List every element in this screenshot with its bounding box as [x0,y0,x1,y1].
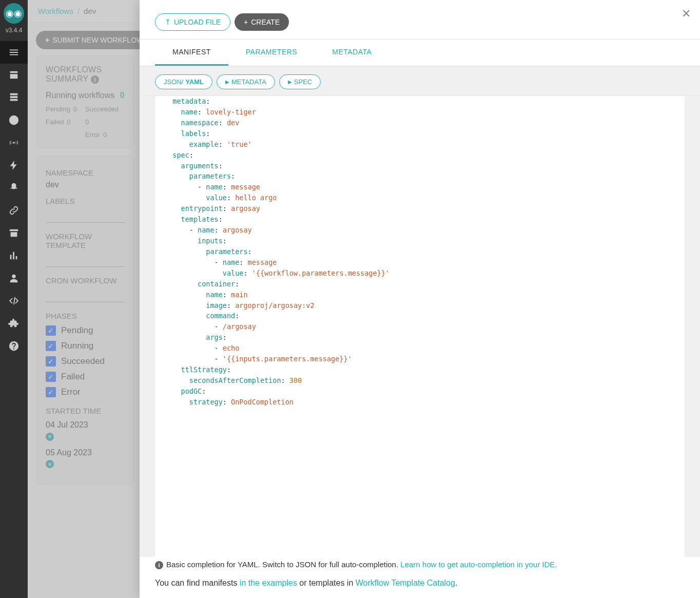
nav-link-icon[interactable] [0,199,28,222]
left-nav: ◉◉ v3.4.4 [0,0,28,598]
nav-templates-icon[interactable] [0,64,28,86]
info-text: Basic completion for YAML. Switch to JSO… [166,560,400,569]
nav-reports-icon[interactable] [0,244,28,267]
pill-spec[interactable]: ▶SPEC [279,74,321,89]
upload-icon: ⤒ [165,18,171,26]
plus-icon: + [244,18,248,26]
pill-metadata[interactable]: ▶METADATA [217,74,275,89]
nav-archive-icon[interactable] [0,222,28,244]
template-catalog-link[interactable]: Workflow Template Catalog [356,578,455,587]
caret-right-icon: ▶ [225,79,229,85]
ide-link[interactable]: Learn how to get auto-completion in your… [400,560,557,569]
caret-right-icon: ▶ [288,79,292,85]
footer-text: You can find manifests [155,578,240,587]
yaml-editor[interactable]: metadata: name: lovely-tiger namespace: … [155,96,685,557]
editor-wrap: metadata: name: lovely-tiger namespace: … [140,96,700,557]
version-label: v3.4.4 [6,27,23,34]
editor-info: iBasic completion for YAML. Switch to JS… [140,557,700,574]
tab-metadata[interactable]: METADATA [315,40,389,66]
nav-help-icon[interactable] [0,335,28,357]
argo-logo: ◉◉ [4,3,24,24]
pill-json-yaml[interactable]: JSON/YAML [155,74,212,89]
tab-parameters[interactable]: PARAMETERS [228,40,315,66]
nav-clustertemplates-icon[interactable] [0,86,28,109]
footer-line: You can find manifests in the examples o… [140,574,700,598]
create-label: CREATE [251,18,280,26]
footer-text: or templates in [297,578,356,587]
modal-tabs: MANIFEST PARAMETERS METADATA [140,40,700,66]
nav-event-flow-icon[interactable] [0,177,28,199]
tab-manifest[interactable]: MANIFEST [155,40,228,66]
upload-file-button[interactable]: ⤒ UPLOAD FILE [155,13,230,31]
nav-plugins-icon[interactable] [0,312,28,335]
nav-sensors-icon[interactable] [0,131,28,154]
nav-user-icon[interactable] [0,267,28,290]
examples-link[interactable]: in the examples [240,578,297,587]
info-icon: i [155,561,163,569]
footer-text: . [455,578,457,587]
nav-events-icon[interactable] [0,154,28,177]
nav-cron-icon[interactable] [0,109,28,131]
nav-workflows-icon[interactable] [0,41,28,64]
submit-workflow-modal: ✕ ⤒ UPLOAD FILE + CREATE MANIFEST PARAME… [140,0,700,598]
create-button[interactable]: + CREATE [235,13,289,31]
upload-label: UPLOAD FILE [174,18,221,26]
nav-code-icon[interactable] [0,290,28,312]
close-icon[interactable]: ✕ [682,7,691,21]
modal-toolbar: ⤒ UPLOAD FILE + CREATE [140,0,700,40]
editor-subtabs: JSON/YAML ▶METADATA ▶SPEC [140,66,700,96]
